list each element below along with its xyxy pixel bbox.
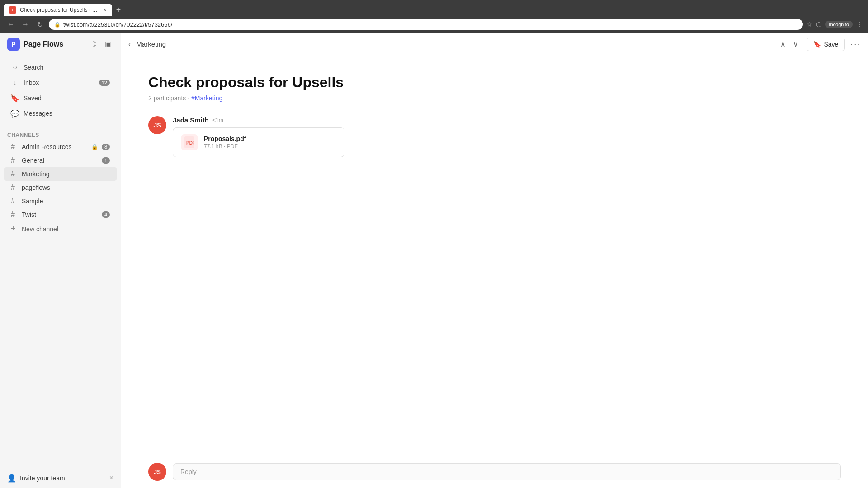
thread-meta: 2 participants · #Marketing bbox=[148, 94, 841, 102]
sidebar-item-search[interactable]: ○ Search bbox=[4, 60, 117, 75]
channel-badge: 8 bbox=[102, 144, 110, 150]
channel-lock-icon: 🔒 bbox=[91, 144, 98, 150]
forward-button[interactable]: → bbox=[20, 19, 31, 30]
sidebar-item-inbox[interactable]: ↓ Inbox 12 bbox=[4, 75, 117, 90]
channel-name: Admin Resources bbox=[22, 143, 88, 150]
attachment-name: Proposals.pdf bbox=[204, 135, 246, 142]
attachment-item[interactable]: PDF Proposals.pdf 77.1 kB · PDF bbox=[173, 127, 344, 157]
main-content: ‹ Marketing ∧ ∨ 🔖 Save ··· Check proposa… bbox=[121, 33, 868, 488]
channel-hash-icon: # bbox=[11, 156, 18, 164]
lock-icon: 🔒 bbox=[54, 22, 61, 28]
invite-team-close-icon[interactable]: × bbox=[109, 474, 113, 482]
app-logo: P bbox=[7, 38, 20, 51]
avatar-initials: JS bbox=[153, 122, 161, 129]
sidebar-header-actions: ☽ ▣ bbox=[88, 39, 113, 50]
channels-header: Channels bbox=[0, 128, 121, 140]
channel-tag-link[interactable]: #Marketing bbox=[191, 94, 222, 102]
meta-separator: · bbox=[188, 94, 191, 102]
new-channel-button[interactable]: + New channel bbox=[4, 221, 117, 236]
sidebar-item-messages[interactable]: 💬 Messages bbox=[4, 106, 117, 121]
app-container: P Page Flows ☽ ▣ ○ Search ↓ Inbox 12 🔖 S… bbox=[0, 33, 868, 488]
channel-item-admin-resources[interactable]: # Admin Resources 🔒 8 bbox=[4, 140, 117, 154]
svg-text:PDF: PDF bbox=[186, 141, 194, 145]
more-options-button[interactable]: ··· bbox=[850, 39, 861, 49]
sidebar-nav: ○ Search ↓ Inbox 12 🔖 Saved 💬 Messages bbox=[0, 56, 121, 125]
menu-icon[interactable]: ⋮ bbox=[856, 21, 863, 28]
channel-hash-icon: # bbox=[11, 211, 18, 219]
channel-item-marketing[interactable]: # Marketing bbox=[4, 167, 117, 181]
url-text: twist.com/a/225310/ch/702222/t/5732666/ bbox=[63, 21, 797, 28]
participants-count: 2 participants bbox=[148, 94, 186, 102]
attachment-info: Proposals.pdf 77.1 kB · PDF bbox=[204, 135, 246, 150]
channel-badge: 4 bbox=[102, 211, 110, 218]
channel-hash-icon: # bbox=[11, 143, 18, 151]
sidebar-saved-label: Saved bbox=[24, 94, 110, 102]
channel-item-pageflows[interactable]: # pageflows bbox=[4, 181, 117, 194]
new-channel-label: New channel bbox=[22, 225, 58, 233]
invite-team-icon: 👤 bbox=[7, 474, 16, 483]
channel-name: Sample bbox=[22, 197, 110, 205]
channel-item-twist[interactable]: # Twist 4 bbox=[4, 208, 117, 221]
browser-chrome: T Check proposals for Upsells · Pa... × … bbox=[0, 0, 868, 33]
channel-item-general[interactable]: # General 1 bbox=[4, 154, 117, 167]
browser-nav-right: ☆ ⬡ Incognito ⋮ bbox=[807, 21, 863, 28]
channel-name: Twist bbox=[22, 211, 98, 218]
browser-tabs: T Check proposals for Upsells · Pa... × … bbox=[0, 0, 868, 16]
thread-content: Check proposals for Upsells 2 participan… bbox=[121, 56, 868, 455]
browser-nav-bar: ← → ↻ 🔒 twist.com/a/225310/ch/702222/t/5… bbox=[0, 16, 868, 33]
reply-placeholder: Reply bbox=[180, 468, 197, 475]
save-button[interactable]: 🔖 Save bbox=[807, 38, 845, 51]
reply-avatar-initials: JS bbox=[154, 469, 161, 475]
active-tab[interactable]: T Check proposals for Upsells · Pa... × bbox=[4, 4, 112, 16]
sidebar-item-saved[interactable]: 🔖 Saved bbox=[4, 90, 117, 106]
breadcrumb: Marketing bbox=[136, 40, 166, 48]
main-header-right: ∧ ∨ 🔖 Save ··· bbox=[778, 38, 861, 51]
main-header: ‹ Marketing ∧ ∨ 🔖 Save ··· bbox=[121, 33, 868, 56]
star-icon[interactable]: ☆ bbox=[807, 21, 812, 28]
tab-title: Check proposals for Upsells · Pa... bbox=[20, 7, 99, 13]
channel-name: Marketing bbox=[22, 170, 110, 178]
back-button[interactable]: ‹ bbox=[128, 40, 131, 48]
back-button[interactable]: ← bbox=[5, 19, 16, 30]
sidebar-search-label: Search bbox=[24, 64, 110, 71]
channel-name: pageflows bbox=[22, 184, 110, 191]
sidebar-header: P Page Flows ☽ ▣ bbox=[0, 33, 121, 56]
channel-badge: 1 bbox=[102, 157, 110, 164]
message-header: Jada Smith <1m bbox=[173, 116, 841, 124]
message-item: JS Jada Smith <1m PDF bbox=[148, 116, 841, 157]
sidebar: P Page Flows ☽ ▣ ○ Search ↓ Inbox 12 🔖 S… bbox=[0, 33, 121, 488]
channel-hash-icon: # bbox=[11, 170, 18, 178]
address-bar[interactable]: 🔒 twist.com/a/225310/ch/702222/t/5732666… bbox=[49, 19, 803, 30]
app-name: Page Flows bbox=[24, 40, 85, 48]
sidebar-inbox-label: Inbox bbox=[24, 79, 94, 86]
pdf-icon: PDF bbox=[181, 134, 198, 150]
reply-avatar: JS bbox=[148, 463, 166, 481]
channels-section: Channels # Admin Resources 🔒 8 # General… bbox=[0, 125, 121, 468]
dark-mode-icon[interactable]: ☽ bbox=[88, 39, 99, 50]
invite-team-label: Invite your team bbox=[20, 474, 106, 482]
message-time: <1m bbox=[212, 117, 223, 123]
channel-hash-icon: # bbox=[11, 183, 18, 192]
message-body: Jada Smith <1m PDF Proposals.pdf bbox=[173, 116, 841, 157]
invite-team-item[interactable]: 👤 Invite your team × bbox=[0, 468, 121, 488]
thread-title: Check proposals for Upsells bbox=[148, 74, 841, 91]
reply-input[interactable]: Reply bbox=[173, 463, 841, 480]
inbox-icon: ↓ bbox=[11, 79, 19, 87]
refresh-button[interactable]: ↻ bbox=[34, 19, 45, 30]
avatar: JS bbox=[148, 116, 166, 134]
nav-up-button[interactable]: ∧ bbox=[778, 39, 788, 50]
bookmark-icon: 🔖 bbox=[813, 41, 821, 48]
new-tab-button[interactable]: + bbox=[112, 4, 125, 16]
incognito-badge: Incognito bbox=[825, 21, 853, 28]
channel-hash-icon: # bbox=[11, 197, 18, 205]
nav-down-button[interactable]: ∨ bbox=[790, 39, 801, 50]
message-author: Jada Smith bbox=[173, 116, 209, 124]
channel-name: General bbox=[22, 157, 98, 164]
tab-close-icon[interactable]: × bbox=[103, 7, 107, 13]
extensions-icon[interactable]: ⬡ bbox=[816, 21, 821, 28]
messages-icon: 💬 bbox=[11, 109, 19, 117]
channel-item-sample[interactable]: # Sample bbox=[4, 194, 117, 208]
saved-icon: 🔖 bbox=[11, 94, 19, 102]
layout-icon[interactable]: ▣ bbox=[103, 39, 113, 50]
search-icon: ○ bbox=[11, 63, 19, 71]
